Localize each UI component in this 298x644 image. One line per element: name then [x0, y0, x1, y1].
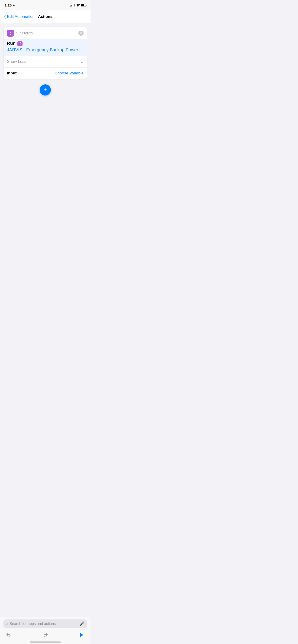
input-label: Input	[7, 71, 17, 76]
add-button-container: +	[4, 79, 87, 101]
show-less-button[interactable]: Show Less ⌄	[4, 56, 87, 68]
signal-bars	[70, 4, 75, 6]
category-label: SHORTCUTS	[16, 32, 33, 34]
input-row: Input Choose Variable	[4, 68, 87, 79]
show-less-label: Show Less	[7, 59, 26, 64]
wifi-icon	[76, 4, 80, 6]
plus-icon: +	[43, 86, 47, 93]
card-header: SHORTCUTS	[4, 27, 87, 39]
shortcut-name[interactable]: JARVIS - Emergency Backup Power	[7, 47, 78, 52]
action-card: SHORTCUTS Run	[4, 27, 87, 79]
signal-bar-4	[74, 4, 75, 6]
main-content: SHORTCUTS Run	[0, 23, 91, 162]
nav-bar: Edit Automation Actions	[0, 10, 91, 23]
battery-icon	[81, 4, 87, 6]
add-action-button[interactable]: +	[40, 84, 51, 96]
run-row: Run JARVIS - Emergency Backup Power	[4, 39, 87, 56]
card-header-left: SHORTCUTS	[7, 30, 33, 37]
run-label: Run	[7, 41, 16, 46]
choose-variable-button[interactable]: Choose Variable	[55, 71, 84, 76]
shortcuts-app-icon	[7, 30, 14, 37]
shortcut-item-icon	[18, 41, 23, 46]
status-time: 1:25	[5, 3, 15, 7]
back-button[interactable]: Edit Automation	[4, 14, 35, 19]
signal-bar-3	[73, 4, 73, 6]
status-bar: 1:25	[0, 0, 91, 10]
signal-bar-1	[70, 6, 71, 6]
signal-bar-2	[72, 5, 72, 6]
run-row-content: Run JARVIS - Emergency Backup Power	[7, 41, 84, 52]
page-title: Actions	[38, 14, 53, 19]
back-label: Edit Automation	[7, 14, 35, 19]
svg-rect-2	[81, 4, 84, 6]
svg-rect-1	[86, 5, 87, 6]
close-button[interactable]	[79, 30, 84, 36]
location-icon	[13, 4, 15, 6]
chevron-down-icon: ⌄	[80, 59, 84, 64]
chevron-left-icon	[4, 14, 6, 18]
status-icons	[70, 4, 87, 6]
